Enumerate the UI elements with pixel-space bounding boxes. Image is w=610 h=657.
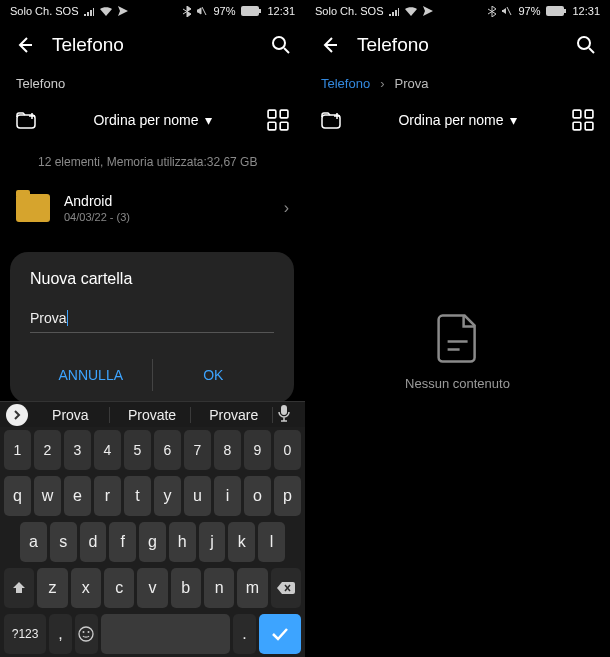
space-key[interactable]: [101, 614, 231, 654]
clock-text: 12:31: [572, 5, 600, 17]
mic-icon[interactable]: [277, 404, 299, 426]
breadcrumb-item[interactable]: Telefono: [16, 76, 65, 91]
expand-icon[interactable]: [6, 404, 28, 426]
new-folder-icon[interactable]: [16, 109, 38, 131]
key-o[interactable]: o: [244, 476, 271, 516]
key-l[interactable]: l: [258, 522, 285, 562]
key-n[interactable]: n: [204, 568, 234, 608]
mute-icon: [502, 6, 512, 16]
key-z[interactable]: z: [37, 568, 67, 608]
send-icon: [423, 6, 433, 16]
breadcrumb-item[interactable]: Telefono: [321, 76, 370, 91]
key-a[interactable]: a: [20, 522, 47, 562]
key-k[interactable]: k: [228, 522, 255, 562]
search-icon[interactable]: [576, 35, 596, 55]
phone-right: Solo Ch. SOS 97% 12:31 Telefono Telefono…: [305, 0, 610, 657]
chevron-down-icon: ▾: [205, 112, 212, 128]
folder-row[interactable]: Android 04/03/22 - (3) ›: [0, 183, 305, 233]
suggestion-word[interactable]: Provare: [195, 407, 273, 423]
back-icon[interactable]: [14, 35, 34, 55]
storage-summary: 12 elementi, Memoria utilizzata:32,67 GB: [0, 141, 305, 183]
toolbar: Ordina per nome ▾: [305, 99, 610, 141]
key-5[interactable]: 5: [124, 430, 151, 470]
key-s[interactable]: s: [50, 522, 77, 562]
key-6[interactable]: 6: [154, 430, 181, 470]
empty-state: Nessun contenuto: [405, 313, 510, 390]
key-c[interactable]: c: [104, 568, 134, 608]
key-9[interactable]: 9: [244, 430, 271, 470]
sort-button[interactable]: Ordina per nome ▾: [93, 112, 211, 128]
key-b[interactable]: b: [171, 568, 201, 608]
suggestion-word[interactable]: Provate: [114, 407, 192, 423]
key-y[interactable]: y: [154, 476, 181, 516]
bluetooth-icon: [488, 6, 496, 17]
key-u[interactable]: u: [184, 476, 211, 516]
bluetooth-icon: [183, 6, 191, 17]
breadcrumb: Telefono: [0, 68, 305, 99]
breadcrumb: Telefono › Prova: [305, 68, 610, 99]
key-r[interactable]: r: [94, 476, 121, 516]
key-g[interactable]: g: [139, 522, 166, 562]
key-3[interactable]: 3: [64, 430, 91, 470]
sort-button[interactable]: Ordina per nome ▾: [398, 112, 516, 128]
key-w[interactable]: w: [34, 476, 61, 516]
svg-rect-8: [281, 405, 287, 415]
battery-pct: 97%: [518, 5, 540, 17]
key-1[interactable]: 1: [4, 430, 31, 470]
enter-key[interactable]: [259, 614, 301, 654]
battery-icon: [241, 6, 261, 16]
key-7[interactable]: 7: [184, 430, 211, 470]
wifi-icon: [405, 7, 417, 16]
back-icon[interactable]: [319, 35, 339, 55]
period-key[interactable]: .: [233, 614, 256, 654]
chevron-right-icon: ›: [380, 76, 384, 91]
key-m[interactable]: m: [237, 568, 267, 608]
key-d[interactable]: d: [80, 522, 107, 562]
key-8[interactable]: 8: [214, 430, 241, 470]
svg-point-14: [578, 37, 590, 49]
key-q[interactable]: q: [4, 476, 31, 516]
empty-label: Nessun contenuto: [405, 375, 510, 390]
key-h[interactable]: h: [169, 522, 196, 562]
battery-pct: 97%: [213, 5, 235, 17]
key-0[interactable]: 0: [274, 430, 301, 470]
key-i[interactable]: i: [214, 476, 241, 516]
carrier-text: Solo Ch. SOS: [10, 5, 78, 17]
folder-name-input[interactable]: Prova: [30, 310, 274, 333]
grid-view-icon[interactable]: [267, 109, 289, 131]
svg-rect-1: [259, 9, 261, 13]
page-title: Telefono: [357, 34, 558, 56]
new-folder-icon[interactable]: [321, 109, 343, 131]
app-header: Telefono: [0, 22, 305, 68]
phone-left: Solo Ch. SOS 97% 12:31 Telefono Telefono…: [0, 0, 305, 657]
comma-key[interactable]: ,: [49, 614, 72, 654]
key-4[interactable]: 4: [94, 430, 121, 470]
emoji-key[interactable]: [75, 614, 98, 654]
send-icon: [118, 6, 128, 16]
breadcrumb-item: Prova: [395, 76, 429, 91]
svg-point-10: [83, 631, 85, 633]
key-t[interactable]: t: [124, 476, 151, 516]
grid-view-icon[interactable]: [572, 109, 594, 131]
backspace-key[interactable]: [271, 568, 301, 608]
search-icon[interactable]: [271, 35, 291, 55]
shift-key[interactable]: [4, 568, 34, 608]
dialog-title: Nuova cartella: [30, 270, 274, 288]
signal-icon: [389, 7, 399, 16]
key-v[interactable]: v: [137, 568, 167, 608]
status-bar: Solo Ch. SOS 97% 12:31: [0, 0, 305, 22]
key-x[interactable]: x: [71, 568, 101, 608]
key-f[interactable]: f: [109, 522, 136, 562]
key-2[interactable]: 2: [34, 430, 61, 470]
ok-button[interactable]: OK: [153, 359, 275, 391]
shift-icon: [11, 580, 27, 596]
symbols-key[interactable]: ?123: [4, 614, 46, 654]
key-p[interactable]: p: [274, 476, 301, 516]
mute-icon: [197, 6, 207, 16]
key-e[interactable]: e: [64, 476, 91, 516]
cancel-button[interactable]: ANNULLA: [30, 359, 152, 391]
key-j[interactable]: j: [199, 522, 226, 562]
clock-text: 12:31: [267, 5, 295, 17]
carrier-text: Solo Ch. SOS: [315, 5, 383, 17]
suggestion-word[interactable]: Prova: [32, 407, 110, 423]
